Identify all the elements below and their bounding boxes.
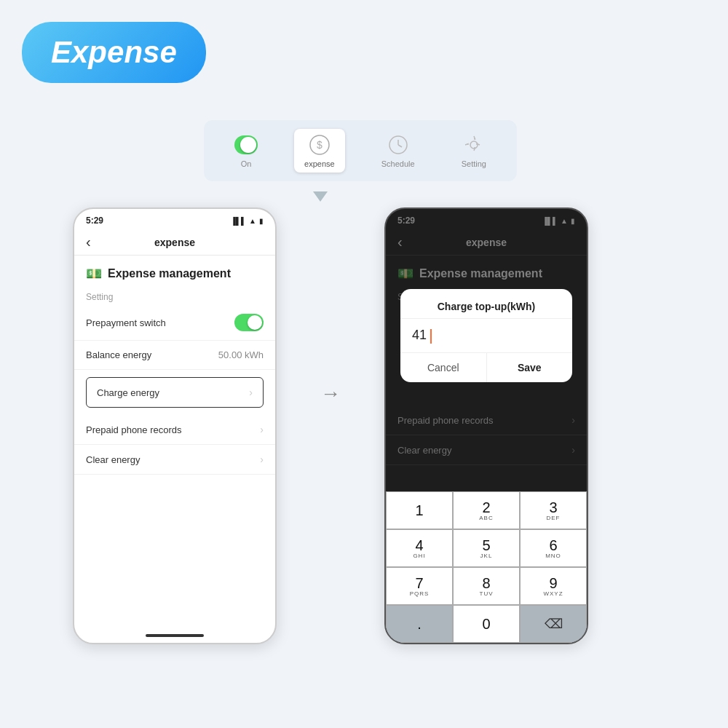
numpad-key-9[interactable]: 9 WXYZ	[520, 567, 587, 605]
wifi-icon: ▲	[249, 217, 256, 225]
modal-input-row[interactable]: 41	[400, 319, 572, 353]
clock-icon	[387, 133, 410, 157]
phones-arrow-container: →	[320, 382, 341, 405]
tab-schedule-label: Schedule	[381, 159, 415, 168]
prepayment-switch-label: Prepayment switch	[86, 317, 166, 328]
tab-on-label: On	[241, 159, 252, 168]
arrow-down	[313, 191, 328, 202]
prepaid-records-label-left: Prepaid phone records	[86, 424, 182, 435]
numpad-key-delete[interactable]: ⌫	[520, 605, 587, 643]
numpad-key-0[interactable]: 0	[453, 605, 520, 643]
numpad-key-2[interactable]: 2 ABC	[453, 491, 520, 529]
back-button-left[interactable]: ‹	[86, 234, 91, 250]
numpad-row-4: . 0 ⌫	[386, 605, 587, 643]
clear-energy-row-left[interactable]: Clear energy ›	[74, 445, 275, 475]
prepaid-records-row-left[interactable]: Prepaid phone records ›	[74, 415, 275, 445]
tab-schedule[interactable]: Schedule	[371, 129, 425, 173]
phones-container: 5:29 ▐▌▌ ▲ ▮ ‹ expense 💵 Expense managem…	[73, 207, 588, 644]
charge-energy-label: Charge energy	[97, 387, 159, 398]
numpad-row-3: 7 PQRS 8 TUV 9 WXYZ	[386, 567, 587, 605]
clear-energy-label-left: Clear energy	[86, 454, 140, 465]
section-header-left: 💵 Expense management	[74, 256, 275, 286]
numpad-key-5[interactable]: 5 JKL	[453, 529, 520, 567]
gear-icon	[462, 133, 486, 157]
header-badge: Expense	[22, 22, 206, 83]
tab-setting-label: Setting	[462, 159, 486, 168]
modal-input-value: 41	[412, 328, 427, 342]
tab-expense-label: expense	[304, 159, 335, 168]
modal-cancel-button[interactable]: Cancel	[400, 353, 487, 382]
numpad-row-1: 1 2 ABC 3 DEF	[386, 491, 587, 529]
settings-group-label-left: Setting	[74, 286, 275, 305]
battery-icon: ▮	[259, 217, 264, 225]
nav-title-left: expense	[154, 237, 195, 248]
nav-bar-left: ‹ expense	[74, 229, 275, 256]
prepayment-toggle[interactable]	[234, 314, 264, 331]
balance-energy-row: Balance energy 50.00 kWh	[74, 341, 275, 370]
svg-line-4	[398, 145, 402, 147]
home-indicator-left	[146, 634, 204, 637]
numpad-key-3[interactable]: 3 DEF	[520, 491, 587, 529]
numpad-key-8[interactable]: 8 TUV	[453, 567, 520, 605]
signal-icon: ▐▌▌	[231, 217, 246, 225]
right-arrow-icon: →	[320, 382, 341, 405]
charge-energy-row[interactable]: Charge energy ›	[86, 377, 264, 408]
toggle-on-icon	[234, 133, 258, 157]
prepayment-switch-row[interactable]: Prepayment switch	[74, 305, 275, 341]
numpad-key-6[interactable]: 6 MNO	[520, 529, 587, 567]
numpad-key-4[interactable]: 4 GHI	[386, 529, 453, 567]
status-icons-left: ▐▌▌ ▲ ▮	[231, 217, 264, 225]
modal-dialog: Charge top-up(kWh) 41 Cancel Save	[400, 289, 572, 382]
tab-on[interactable]: On	[224, 129, 268, 173]
clear-energy-chevron-left: ›	[260, 454, 264, 465]
numpad-key-dot[interactable]: .	[386, 605, 453, 643]
tab-bar: On $ expense Schedule Setti	[204, 120, 517, 181]
prepaid-records-chevron-left: ›	[260, 424, 264, 435]
delete-icon: ⌫	[545, 616, 563, 632]
wallet-icon-left: 💵	[86, 266, 102, 282]
expense-icon: $	[308, 133, 331, 157]
screen-content-left: 💵 Expense management Setting Prepayment …	[74, 256, 275, 475]
phone-right: 5:29 ▐▌▌ ▲ ▮ ‹ expense 💵 Expense managem…	[384, 207, 588, 644]
phone-left: 5:29 ▐▌▌ ▲ ▮ ‹ expense 💵 Expense managem…	[73, 207, 277, 644]
numpad-key-1[interactable]: 1	[386, 491, 453, 529]
numpad-key-7[interactable]: 7 PQRS	[386, 567, 453, 605]
modal-buttons: Cancel Save	[400, 353, 572, 382]
charge-energy-chevron: ›	[249, 387, 253, 398]
status-bar-left: 5:29 ▐▌▌ ▲ ▮	[74, 209, 275, 229]
tab-setting[interactable]: Setting	[451, 129, 496, 173]
section-title-left: Expense management	[108, 267, 231, 280]
status-time-left: 5:29	[86, 215, 103, 226]
tab-expense[interactable]: $ expense	[294, 129, 345, 173]
header-title: Expense	[51, 35, 177, 70]
balance-energy-label: Balance energy	[86, 349, 151, 360]
svg-text:$: $	[317, 139, 323, 151]
modal-save-button[interactable]: Save	[487, 353, 573, 382]
balance-energy-value: 50.00 kWh	[218, 349, 264, 360]
text-cursor	[430, 329, 432, 344]
numpad: 1 2 ABC 3 DEF 4 GHI 5	[386, 491, 587, 643]
numpad-row-2: 4 GHI 5 JKL 6 MNO	[386, 529, 587, 567]
modal-title: Charge top-up(kWh)	[400, 289, 572, 319]
